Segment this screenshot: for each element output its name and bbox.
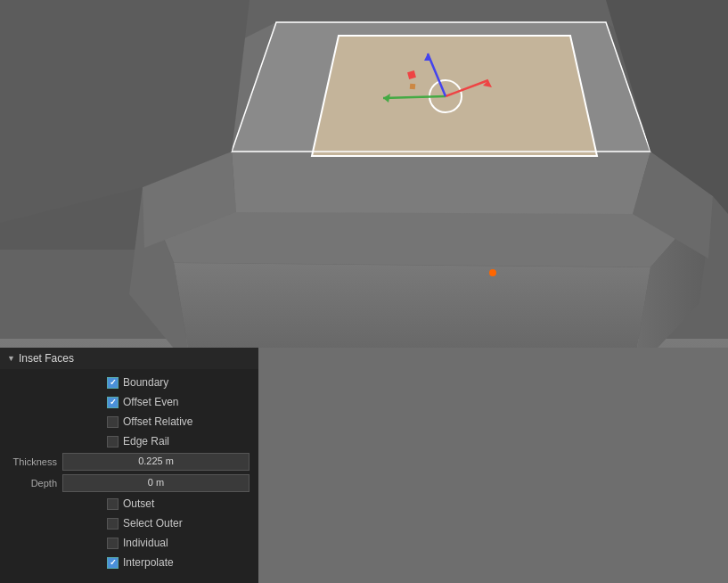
interpolate-row: Interpolate: [0, 553, 258, 572]
outset-row: Outset: [0, 494, 258, 513]
offset-even-checkbox[interactable]: [107, 397, 119, 408]
interpolate-checkbox[interactable]: [107, 557, 119, 569]
panel-header[interactable]: ▼ Inset Faces: [0, 348, 258, 369]
depth-row: Depth 0 m: [0, 472, 258, 494]
collapse-icon: ▼: [7, 354, 15, 363]
svg-marker-10: [232, 152, 650, 214]
thickness-input[interactable]: 0.225 m: [62, 453, 249, 471]
offset-relative-text: Offset Relative: [123, 415, 192, 428]
edge-rail-text: Edge Rail: [123, 435, 169, 448]
thickness-field-container: 0.225 m: [62, 453, 249, 471]
select-outer-row: Select Outer: [0, 513, 258, 533]
outset-text: Outset: [123, 497, 154, 510]
boundary-label[interactable]: Boundary: [107, 376, 168, 389]
individual-text: Individual: [123, 537, 168, 549]
depth-label: Depth: [9, 478, 62, 489]
depth-field-container: 0 m: [62, 474, 249, 492]
svg-marker-13: [312, 36, 597, 156]
thickness-label: Thickness: [9, 456, 62, 467]
individual-label[interactable]: Individual: [107, 537, 168, 549]
edge-rail-label[interactable]: Edge Rail: [107, 435, 169, 448]
interpolate-text: Interpolate: [123, 556, 174, 569]
select-outer-label[interactable]: Select Outer: [107, 517, 183, 530]
panel-title: Inset Faces: [19, 352, 74, 365]
boundary-checkbox[interactable]: [107, 377, 119, 389]
interpolate-label[interactable]: Interpolate: [107, 556, 174, 569]
select-outer-checkbox[interactable]: [107, 518, 119, 530]
panel-body: Boundary Offset Even Offset Relative Edg…: [0, 369, 258, 576]
edge-rail-checkbox[interactable]: [107, 436, 119, 448]
boundary-row: Boundary: [0, 373, 258, 392]
offset-even-row: Offset Even: [0, 392, 258, 412]
offset-relative-row: Offset Relative: [0, 412, 258, 431]
individual-checkbox[interactable]: [107, 538, 119, 549]
inset-faces-panel: ▼ Inset Faces Boundary Offset Even Offse…: [0, 348, 258, 583]
individual-row: Individual: [0, 533, 258, 553]
svg-point-27: [489, 269, 496, 276]
boundary-text: Boundary: [123, 376, 168, 389]
outset-label[interactable]: Outset: [107, 497, 154, 510]
depth-input[interactable]: 0 m: [62, 474, 249, 492]
edge-rail-row: Edge Rail: [0, 431, 258, 451]
offset-relative-checkbox[interactable]: [107, 416, 119, 428]
offset-relative-label[interactable]: Offset Relative: [107, 415, 192, 428]
svg-rect-26: [410, 84, 416, 90]
select-outer-text: Select Outer: [123, 517, 183, 530]
outset-checkbox[interactable]: [107, 498, 119, 510]
thickness-row: Thickness 0.225 m: [0, 451, 258, 472]
offset-even-text: Offset Even: [123, 396, 178, 408]
offset-even-label[interactable]: Offset Even: [107, 396, 178, 408]
